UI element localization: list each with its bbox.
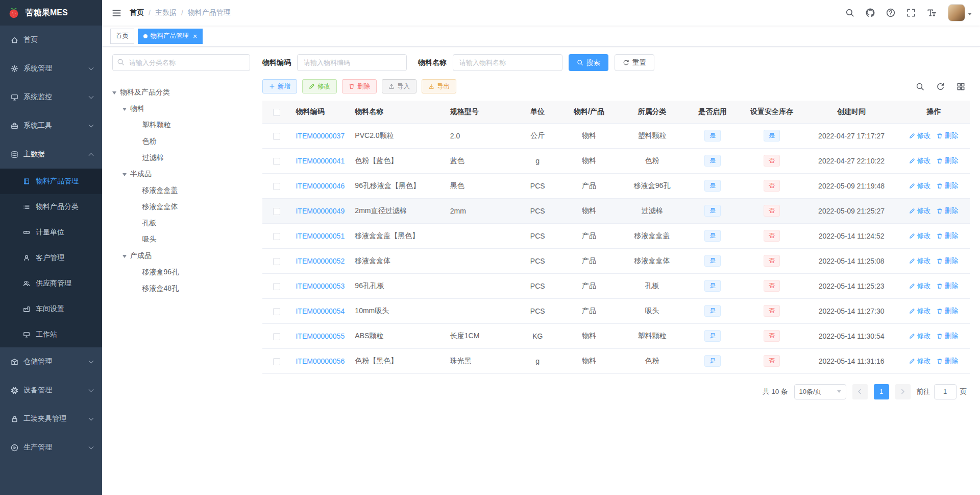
sidebar-item-6[interactable]: 设备管理 (0, 376, 102, 405)
sidebar-item-0[interactable]: 首页 (0, 26, 102, 54)
row-checkbox[interactable] (273, 308, 280, 315)
row-delete-link[interactable]: 删除 (937, 357, 958, 366)
row-delete-link[interactable]: 删除 (937, 206, 958, 216)
tree-node-9[interactable]: 吸头 (112, 231, 250, 248)
row-delete-link[interactable]: 删除 (937, 231, 958, 241)
row-edit-link[interactable]: 修改 (909, 156, 930, 166)
row-delete-link[interactable]: 删除 (937, 156, 958, 166)
add-button[interactable]: 新增 (262, 79, 297, 93)
row-edit-link[interactable]: 修改 (909, 357, 930, 366)
material-code-link[interactable]: ITEM00000041 (296, 157, 345, 165)
page-1-button[interactable]: 1 (874, 384, 889, 399)
github-icon[interactable] (864, 7, 876, 19)
tree-node-11[interactable]: 移液盒96孔 (112, 264, 250, 280)
breadcrumb-item-home[interactable]: 首页 (130, 8, 144, 17)
search-icon[interactable] (844, 7, 856, 19)
tree-node-8[interactable]: 孔板 (112, 215, 250, 231)
row-edit-link[interactable]: 修改 (909, 307, 930, 316)
row-delete-link[interactable]: 删除 (937, 332, 958, 341)
material-code-link[interactable]: ITEM00000054 (296, 307, 345, 315)
material-code-link[interactable]: ITEM00000055 (296, 332, 345, 340)
sidebar-subitem-6[interactable]: 工作站 (0, 322, 102, 347)
hamburger-icon[interactable] (110, 7, 122, 19)
material-code-link[interactable]: ITEM00000051 (296, 232, 345, 240)
row-delete-link[interactable]: 删除 (937, 307, 958, 316)
reset-button[interactable]: 重置 (615, 54, 654, 71)
import-button[interactable]: 导入 (382, 79, 416, 93)
row-edit-link[interactable]: 修改 (909, 181, 930, 191)
material-code-link[interactable]: ITEM00000053 (296, 282, 345, 290)
refresh-icon[interactable] (934, 80, 946, 92)
tree-node-7[interactable]: 移液盒盒体 (112, 199, 250, 215)
tree-node-0[interactable]: 物料及产品分类 (112, 84, 250, 101)
export-button[interactable]: 导出 (422, 79, 456, 93)
material-code-link[interactable]: ITEM00000052 (296, 257, 345, 265)
row-delete-link[interactable]: 删除 (937, 281, 958, 291)
row-checkbox[interactable] (273, 183, 280, 190)
prev-page-button[interactable] (852, 384, 868, 399)
tree-node-2[interactable]: 塑料颗粒 (112, 117, 250, 133)
row-checkbox[interactable] (273, 233, 280, 240)
sidebar-item-1[interactable]: 系统管理 (0, 54, 102, 83)
row-checkbox[interactable] (273, 133, 280, 140)
search-button[interactable]: 搜索 (569, 54, 608, 71)
row-edit-link[interactable]: 修改 (909, 281, 930, 291)
row-checkbox[interactable] (273, 333, 280, 340)
row-checkbox[interactable] (273, 283, 280, 290)
sidebar-item-4[interactable]: 主数据 (0, 140, 102, 169)
row-edit-link[interactable]: 修改 (909, 231, 930, 241)
category-search-input[interactable] (112, 54, 250, 71)
material-code-link[interactable]: ITEM00000046 (296, 182, 345, 190)
tree-node-5[interactable]: 半成品 (112, 166, 250, 182)
material-code-link[interactable]: ITEM00000037 (296, 132, 345, 140)
help-icon[interactable] (885, 7, 897, 19)
goto-page-input[interactable] (934, 384, 957, 399)
tree-node-4[interactable]: 过滤棉 (112, 150, 250, 166)
sidebar-subitem-1[interactable]: 物料产品分类 (0, 194, 102, 220)
row-checkbox[interactable] (273, 358, 280, 365)
sidebar-subitem-3[interactable]: 客户管理 (0, 245, 102, 271)
row-checkbox[interactable] (273, 208, 280, 215)
sidebar-subitem-5[interactable]: 车间设置 (0, 296, 102, 322)
sidebar-item-8[interactable]: 生产管理 (0, 433, 102, 462)
row-checkbox[interactable] (273, 258, 280, 265)
sidebar-subitem-4[interactable]: 供应商管理 (0, 271, 102, 296)
sidebar-subitem-0[interactable]: 物料产品管理 (0, 169, 102, 194)
row-delete-link[interactable]: 删除 (937, 131, 958, 140)
app-logo[interactable]: 苦糖果MES (0, 0, 102, 26)
sidebar-item-3[interactable]: 系统工具 (0, 111, 102, 140)
row-checkbox[interactable] (273, 158, 280, 165)
material-code-link[interactable]: ITEM00000049 (296, 207, 345, 215)
edit-button[interactable]: 修改 (302, 79, 337, 93)
tree-node-12[interactable]: 移液盒48孔 (112, 280, 250, 297)
page-size-select[interactable]: 10条/页 (794, 384, 846, 399)
material-code-input[interactable] (297, 54, 407, 71)
search-icon[interactable] (914, 80, 926, 92)
row-delete-link[interactable]: 删除 (937, 256, 958, 266)
tree-node-1[interactable]: 物料 (112, 101, 250, 117)
select-all-checkbox[interactable] (273, 109, 280, 116)
next-page-button[interactable] (895, 384, 911, 399)
row-edit-link[interactable]: 修改 (909, 332, 930, 341)
sidebar-subitem-2[interactable]: 计量单位 (0, 220, 102, 245)
tree-node-10[interactable]: 产成品 (112, 248, 250, 264)
fullscreen-icon[interactable] (905, 7, 917, 19)
sidebar-item-5[interactable]: 仓储管理 (0, 347, 102, 376)
tree-node-3[interactable]: 色粉 (112, 133, 250, 150)
tab-home[interactable]: 首页 (110, 29, 134, 44)
delete-button[interactable]: 删除 (342, 79, 377, 93)
material-name-input[interactable] (453, 54, 562, 71)
user-menu[interactable] (948, 4, 972, 21)
tab-material-product[interactable]: 物料产品管理 × (138, 29, 203, 44)
tree-node-6[interactable]: 移液盒盒盖 (112, 182, 250, 199)
breadcrumb-item-master-data[interactable]: 主数据 (155, 8, 177, 17)
row-edit-link[interactable]: 修改 (909, 256, 930, 266)
material-code-link[interactable]: ITEM00000056 (296, 357, 345, 365)
row-edit-link[interactable]: 修改 (909, 131, 930, 140)
row-delete-link[interactable]: 删除 (937, 181, 958, 191)
close-icon[interactable]: × (193, 33, 197, 40)
font-size-icon[interactable] (925, 7, 938, 19)
avatar[interactable] (948, 4, 965, 21)
sidebar-item-7[interactable]: 工装夹具管理 (0, 405, 102, 433)
row-edit-link[interactable]: 修改 (909, 206, 930, 216)
